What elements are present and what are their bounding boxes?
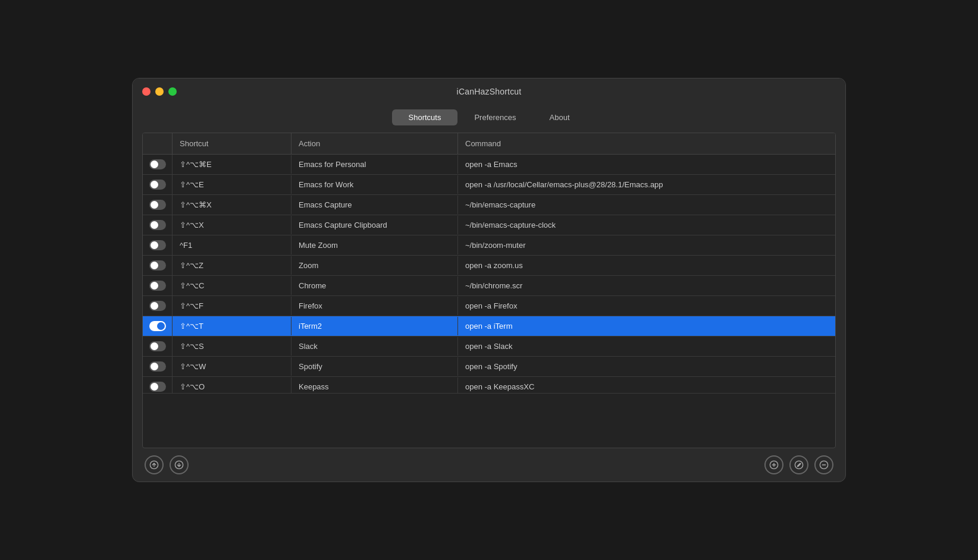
table-row[interactable]: ^F1Mute Zoom~/bin/zoom-muter: [143, 235, 835, 256]
toggle-cell: [143, 336, 173, 356]
close-button[interactable]: [142, 87, 151, 96]
table-row[interactable]: ⇧^⌥OKeepassopen -a KeepassXC: [143, 377, 835, 394]
window-title: iCanHazShortcut: [457, 87, 522, 96]
table-row[interactable]: ⇧^⌥⌘EEmacs for Personalopen -a Emacs: [143, 155, 835, 175]
edit-button[interactable]: [789, 455, 808, 474]
toggle-cell: [143, 316, 173, 336]
table-row[interactable]: ⇧^⌥⌘XEmacs Capture~/bin/emacs-capture: [143, 195, 835, 215]
command-cell: ~/bin/zoom-muter: [458, 236, 835, 254]
action-cell: Emacs Capture Clipboard: [291, 216, 458, 234]
titlebar: iCanHazShortcut: [133, 78, 845, 105]
toggle-cell: [143, 256, 173, 275]
maximize-button[interactable]: [168, 87, 177, 96]
table-header: Shortcut Action Command: [143, 133, 835, 155]
action-cell: Spotify: [291, 357, 458, 376]
shortcut-cell: ⇧^⌥O: [173, 377, 291, 394]
command-cell: open -a Slack: [458, 337, 835, 355]
toggle-cell: [143, 296, 173, 316]
command-cell: open -a Emacs: [458, 155, 835, 174]
table-row[interactable]: ⇧^⌥EEmacs for Workopen -a /usr/local/Cel…: [143, 175, 835, 195]
toggle-switch[interactable]: [149, 321, 166, 331]
table-row[interactable]: ⇧^⌥ZZoomopen -a zoom.us: [143, 256, 835, 276]
toggle-switch[interactable]: [149, 382, 166, 392]
toggle-switch[interactable]: [149, 260, 166, 270]
command-cell: open -a /usr/local/Cellar/emacs-plus@28/…: [458, 175, 835, 194]
toggle-switch[interactable]: [149, 281, 166, 291]
shortcut-cell: ^F1: [173, 236, 291, 254]
action-cell: Firefox: [291, 297, 458, 315]
toggle-cell: [143, 276, 173, 295]
toggle-switch[interactable]: [149, 301, 166, 311]
shortcuts-table: Shortcut Action Command ⇧^⌥⌘EEmacs for P…: [142, 133, 836, 448]
toolbar-left: [145, 455, 189, 474]
remove-button[interactable]: [814, 455, 833, 474]
shortcut-cell: ⇧^⌥⌘E: [173, 155, 291, 174]
main-content: Shortcut Action Command ⇧^⌥⌘EEmacs for P…: [133, 133, 845, 482]
toolbar-right: [764, 455, 833, 474]
toggle-cell: [143, 155, 173, 174]
action-cell: Slack: [291, 337, 458, 355]
add-button[interactable]: [764, 455, 783, 474]
toggle-switch[interactable]: [149, 180, 166, 190]
table-row[interactable]: ⇧^⌥CChrome~/bin/chrome.scr: [143, 276, 835, 296]
table-row[interactable]: ⇧^⌥XEmacs Capture Clipboard~/bin/emacs-c…: [143, 215, 835, 235]
tab-about[interactable]: About: [533, 109, 587, 125]
shortcut-cell: ⇧^⌥W: [173, 357, 291, 376]
tab-bar: Shortcuts Preferences About: [133, 105, 845, 133]
toggle-switch[interactable]: [149, 220, 166, 230]
toggle-cell: [143, 235, 173, 255]
tab-preferences[interactable]: Preferences: [457, 109, 532, 125]
shortcut-cell: ⇧^⌥Z: [173, 256, 291, 275]
table-row[interactable]: ⇧^⌥WSpotifyopen -a Spotify: [143, 357, 835, 377]
toggle-switch[interactable]: [149, 361, 166, 372]
minimize-button[interactable]: [155, 87, 164, 96]
toggle-cell: [143, 195, 173, 215]
toggle-cell: [143, 357, 173, 376]
header-toggle: [143, 133, 173, 154]
shortcut-cell: ⇧^⌥C: [173, 276, 291, 295]
table-row[interactable]: ⇧^⌥SSlackopen -a Slack: [143, 336, 835, 357]
toggle-switch[interactable]: [149, 240, 166, 250]
toggle-cell: [143, 215, 173, 235]
toggle-switch[interactable]: [149, 200, 166, 210]
table-row[interactable]: ⇧^⌥FFirefoxopen -a Firefox: [143, 296, 835, 316]
table-row[interactable]: ⇧^⌥TiTerm2open -a iTerm: [143, 316, 835, 336]
action-cell: Emacs for Personal: [291, 155, 458, 174]
header-command: Command: [458, 133, 835, 154]
action-cell: iTerm2: [291, 317, 458, 335]
move-down-button[interactable]: [170, 455, 189, 474]
action-cell: Mute Zoom: [291, 236, 458, 254]
move-up-button[interactable]: [145, 455, 164, 474]
action-cell: Zoom: [291, 256, 458, 275]
action-cell: Emacs for Work: [291, 175, 458, 194]
toolbar: [142, 448, 836, 482]
shortcut-cell: ⇧^⌥S: [173, 337, 291, 355]
shortcut-cell: ⇧^⌥E: [173, 175, 291, 194]
action-cell: Keepass: [291, 377, 458, 394]
header-shortcut: Shortcut: [173, 133, 291, 154]
action-cell: Chrome: [291, 276, 458, 295]
shortcut-cell: ⇧^⌥X: [173, 216, 291, 234]
toggle-cell: [143, 175, 173, 194]
header-action: Action: [291, 133, 458, 154]
action-cell: Emacs Capture: [291, 196, 458, 214]
command-cell: open -a Spotify: [458, 357, 835, 376]
shortcut-cell: ⇧^⌥⌘X: [173, 196, 291, 214]
shortcut-cell: ⇧^⌥T: [173, 317, 291, 335]
toggle-switch[interactable]: [149, 341, 166, 351]
command-cell: ~/bin/emacs-capture-clock: [458, 216, 835, 234]
command-cell: open -a Firefox: [458, 297, 835, 315]
command-cell: ~/bin/emacs-capture: [458, 196, 835, 214]
command-cell: ~/bin/chrome.scr: [458, 276, 835, 295]
command-cell: open -a zoom.us: [458, 256, 835, 275]
table-body: ⇧^⌥⌘EEmacs for Personalopen -a Emacs⇧^⌥E…: [143, 155, 835, 394]
toggle-cell: [143, 377, 173, 394]
toggle-switch[interactable]: [149, 159, 166, 169]
window-controls: [142, 87, 177, 96]
shortcut-cell: ⇧^⌥F: [173, 297, 291, 315]
command-cell: open -a KeepassXC: [458, 377, 835, 394]
tab-shortcuts[interactable]: Shortcuts: [392, 109, 458, 125]
command-cell: open -a iTerm: [458, 317, 835, 335]
app-window: iCanHazShortcut Shortcuts Preferences Ab…: [132, 78, 846, 482]
